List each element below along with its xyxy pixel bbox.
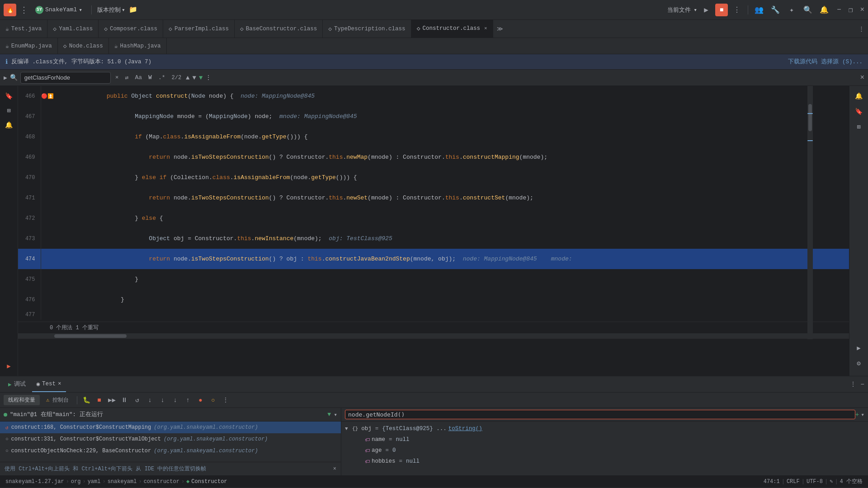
bottom-more-btn[interactable]: ⋮ [850,380,856,388]
tab-close-constructor[interactable]: × [484,26,487,31]
debug-reload-icon[interactable]: ↺ [132,395,142,406]
test-tab-close[interactable]: × [58,381,61,387]
debug-tab-main[interactable]: ▶ 调试 [4,376,30,392]
h-scrollbar[interactable] [18,333,849,339]
right-icon-diff[interactable]: ⊞ [853,120,865,133]
gutter-bookmark[interactable]: 🔖 [3,90,15,102]
status-position[interactable]: 474:1 [764,479,780,485]
debug-run-cursor[interactable]: ↑ [182,395,193,406]
search-regex-btn[interactable]: .* [156,73,167,82]
debug-pause-icon[interactable]: ⏸ [119,395,130,406]
hint-close[interactable]: × [333,466,336,472]
search-prev-btn[interactable]: ▲ [186,74,189,81]
search-close-btn[interactable]: × [113,73,121,82]
line-code-467: MappingNode mnode = (MappingNode) node; … [54,106,849,127]
gutter-notifications[interactable]: 🔔 [3,118,15,131]
var-link-obj[interactable]: toString() [448,426,482,432]
table-row: 469 return node.isTwoStepsConstruction()… [18,147,849,167]
debug-step-over[interactable]: ↓ [144,395,155,406]
search-word-btn[interactable]: W [146,73,154,82]
bc-org[interactable]: org [71,479,81,485]
debug-step-out[interactable]: ↓ [170,395,180,406]
expand-obj[interactable]: ▼ [345,426,350,431]
tab-constructor-class[interactable]: ◇ Constructor.class × [411,20,493,38]
more-run-options[interactable]: ⋮ [731,5,742,15]
collaboration-icon[interactable]: 👥 [754,5,764,15]
search-arrows-btn[interactable]: ⇄ [123,73,131,82]
download-source-link[interactable]: 下载源代码 [788,58,817,66]
bc-yaml[interactable]: yaml [88,479,101,485]
menu-dots[interactable]: ⋮ [20,5,28,15]
settings-icon[interactable]: 🔧 [770,5,781,15]
maximize-btn[interactable]: ❐ [849,5,853,14]
gutter-structure[interactable]: ⊞ [3,104,15,117]
debug-step-icon[interactable]: 🐛 [81,395,92,406]
play-button[interactable]: ▶ [701,5,712,15]
tab-composer-class[interactable]: ◇ Composer.class [99,20,163,38]
notifications-icon[interactable]: 🔔 [819,5,830,15]
vars-dropdown-btn[interactable]: ▾ [861,411,864,418]
thread-filter-btn[interactable]: ▼ [327,411,331,418]
search-input[interactable] [20,72,111,84]
tab-icon-yaml: ◇ [53,25,57,33]
bottom-minimize-btn[interactable]: − [861,381,864,388]
tab-enummap[interactable]: ☕ EnumMap.java [0,38,58,54]
status-crlf[interactable]: CRLF [787,479,800,485]
threads-vars-tab[interactable]: 线程和变量 [4,395,40,405]
search-filter-btn[interactable]: ▼ [199,74,203,81]
console-tab[interactable]: ⚠ 控制台 [42,395,73,405]
bc-constructor-pkg[interactable]: constructor [144,479,179,485]
search-next-btn[interactable]: ▼ [193,74,196,81]
right-icon-run[interactable]: ▶ [853,341,865,354]
search-icon[interactable]: 🔍 [802,5,813,15]
test-tab[interactable]: ◉ Test × [32,376,66,392]
stack-item-2[interactable]: ○ constructObjectNoCheck:229, BaseConstr… [0,445,341,457]
project-selector[interactable]: SY SnakeYaml ▾ [32,4,86,16]
debug-stop-icon[interactable]: ■ [94,395,104,406]
status-sep3: | [825,479,828,485]
close-btn[interactable]: × [860,6,864,14]
tab-more-btn[interactable]: ≫ [493,25,507,33]
choose-source-link[interactable]: 选择源 (S)... [821,58,863,66]
status-indent[interactable]: 4 个空格 [840,478,863,485]
code-scroll[interactable]: 466 🔴⏫ public Object construct(Node node… [18,86,849,376]
search-more-btn[interactable]: ⋮ [205,74,212,81]
expression-input[interactable] [345,410,855,419]
info-bar: ℹ 反编译 .class文件, 字节码版本: 51.0 (Java 7) 下载源… [0,54,868,70]
stack-item-0[interactable]: ↺ construct:168, Constructor$ConstructMa… [0,422,341,433]
debug-more-opts[interactable]: ⋮ [220,395,231,406]
gutter-debug[interactable]: ▶ [3,360,15,372]
debug-breakpoints[interactable]: ● [195,395,206,406]
stack-item-1[interactable]: ○ construct:331, Constructor$ConstructYa… [0,433,341,445]
right-icon-notifications[interactable]: 🔔 [853,90,865,102]
bc-snakeyaml[interactable]: snakeyaml [108,479,137,485]
tab-parserimpl-class[interactable]: ◇ ParserImpl.class [163,20,235,38]
stop-button[interactable]: ■ [715,4,728,16]
tab-node-class[interactable]: ◇ Node.class [58,38,109,54]
tab-hashmap[interactable]: ☕ HashMap.java [109,38,167,54]
plugins-icon[interactable]: ✦ [786,5,797,15]
project-icon: SY [35,6,43,14]
tab-options[interactable]: ⋮ [855,25,868,33]
search-case-btn[interactable]: Aa [133,73,144,82]
debug-resume-icon[interactable]: ▶▶ [106,395,117,406]
thread-dropdown-btn[interactable]: ▾ [334,411,337,418]
tab-baseconstructor-class[interactable]: ◇ BaseConstructor.class [235,20,323,38]
vcs-button[interactable]: 版本控制 ▾ [97,6,125,14]
tab-test-java[interactable]: ☕ Test.java [0,20,47,38]
debug-step-into[interactable]: ↓ [157,395,168,406]
tab-yaml-class[interactable]: ◇ Yaml.class [47,20,99,38]
minimize-btn[interactable]: − [837,6,841,14]
bc-jar[interactable]: snakeyaml-1.27.jar [5,479,64,485]
search-close-x[interactable]: × [860,74,864,82]
debug-mute[interactable]: ○ [208,395,218,406]
right-icon-gear[interactable]: ⚙ [853,357,865,370]
var-eq-hobbies: = [399,458,403,464]
right-icon-bookmark[interactable]: 🔖 [853,105,865,118]
tab-typedescription-class[interactable]: ◇ TypeDescription.class [323,20,411,38]
folder-button[interactable]: 📁 [129,5,137,14]
status-encoding[interactable]: UTF-8 [807,479,823,485]
search-expand-btn[interactable]: ▶ [4,74,7,81]
add-watch-btn[interactable]: + [855,411,859,418]
v-scrollbar-main[interactable] [807,86,813,339]
